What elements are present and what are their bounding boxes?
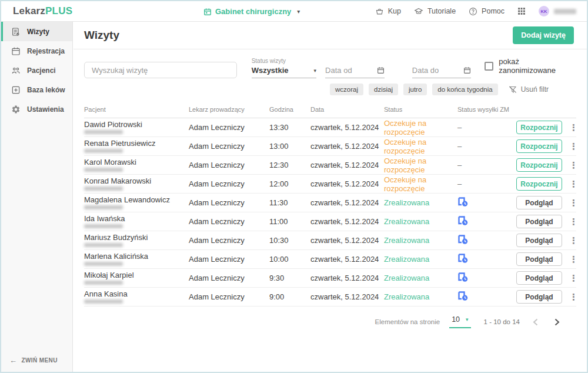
date-to-input[interactable]: [412, 66, 456, 75]
zm-status-cell: –: [457, 179, 516, 188]
doctor-name: Adam Leczniczy: [189, 292, 269, 301]
start-visit-button[interactable]: Rozpocznij: [516, 177, 562, 191]
date-to-field[interactable]: [412, 66, 472, 78]
col-status-zm: Status wysyłki ZM: [457, 106, 516, 113]
table-row: Mariusz BudzyńskiAdam Leczniczy10:30czwa…: [84, 231, 576, 250]
row-actions: Rozpocznij⋮: [516, 121, 582, 134]
row-actions: Podgląd⋮: [516, 196, 582, 209]
row-menu-icon[interactable]: ⋮: [569, 275, 578, 281]
collapse-menu-button[interactable]: ← ZWIŃ MENU: [9, 356, 58, 365]
sidebar-item-pacjenci[interactable]: Pacjenci: [1, 61, 72, 80]
row-menu-icon[interactable]: ⋮: [569, 219, 578, 225]
row-menu-icon[interactable]: ⋮: [569, 162, 578, 168]
chevron-down-icon: ▾: [297, 8, 300, 15]
user-menu[interactable]: KK: [539, 6, 576, 16]
calendar-icon[interactable]: [463, 66, 471, 74]
visit-status: Zrealizowana: [384, 217, 457, 226]
visit-date: czwartek, 5.12.2024: [310, 179, 384, 188]
row-actions: Podgląd⋮: [516, 252, 582, 266]
patient-name: Karol Morawski: [84, 158, 189, 166]
row-menu-icon[interactable]: ⋮: [569, 144, 578, 149]
calendar-icon[interactable]: [377, 66, 385, 74]
zm-sent-clock-icon: [457, 216, 469, 226]
sidebar-item-label: Pacjenci: [27, 66, 56, 75]
chip-dzisiaj[interactable]: dzisiaj: [369, 84, 398, 95]
clinic-name: Gabinet chirurgiczny: [215, 7, 291, 16]
patient-id-redacted: [84, 299, 123, 304]
patient-name: Konrad Makarowski: [84, 177, 189, 185]
preview-button[interactable]: Podgląd: [516, 215, 562, 228]
row-menu-icon[interactable]: ⋮: [569, 294, 578, 300]
chip-do-konca-tygodnia[interactable]: do końca tygodnia: [432, 84, 497, 95]
tutorials-label: Tutoriale: [427, 7, 456, 15]
visit-time: 9:00: [269, 292, 310, 301]
patient-cell: Karol Morawski: [84, 158, 189, 172]
preview-button[interactable]: Podgląd: [516, 196, 562, 209]
next-page-button[interactable]: [551, 317, 563, 327]
row-menu-icon[interactable]: ⋮: [569, 238, 578, 244]
page-header: Wizyty Dodaj wizytę: [74, 22, 587, 49]
apps-grid-button[interactable]: [517, 7, 526, 15]
search-input[interactable]: [84, 62, 237, 78]
help-button[interactable]: Pomoc: [469, 7, 505, 16]
chip-wczoraj[interactable]: wczoraj: [330, 84, 363, 95]
zm-status-cell: –: [457, 123, 516, 132]
patient-cell: Dawid Piotrowski: [84, 121, 189, 134]
row-menu-icon[interactable]: ⋮: [569, 181, 578, 187]
visit-status-select[interactable]: Status wizyty Wszystkie ▾: [252, 58, 316, 78]
patient-name: Ida Iwańska: [84, 215, 189, 222]
row-menu-icon[interactable]: ⋮: [569, 257, 578, 262]
visit-date: czwartek, 5.12.2024: [310, 217, 384, 226]
table-row: Marlena KalicińskaAdam Leczniczy10:00czw…: [84, 250, 576, 269]
sidebar-item-label: Rejestracja: [27, 47, 65, 55]
preview-button[interactable]: Podgląd: [516, 252, 562, 266]
avatar: KK: [539, 6, 549, 16]
visit-time: 12:00: [269, 179, 310, 188]
doctor-name: Adam Leczniczy: [189, 123, 269, 132]
table-row: Ida IwańskaAdam Leczniczy11:00czwartek, …: [84, 212, 576, 231]
checkbox-unchecked[interactable]: [485, 62, 493, 71]
visit-time: 12:30: [269, 161, 310, 169]
preview-button[interactable]: Podgląd: [516, 271, 562, 285]
per-page-select[interactable]: 10 ▾: [449, 315, 470, 328]
preview-button[interactable]: Podgląd: [516, 234, 562, 247]
show-anonymized-toggle[interactable]: pokaż zanonimizowane: [485, 57, 576, 75]
sidebar-item-ustawienia[interactable]: Ustawienia: [1, 99, 72, 119]
clear-filter-button[interactable]: Usuń filtr: [508, 85, 549, 94]
sidebar-item-baza-lekow[interactable]: Baza leków: [1, 80, 72, 99]
preview-button[interactable]: Podgląd: [516, 290, 562, 304]
visit-status-select-value: Wszystkie: [252, 66, 289, 75]
buy-button[interactable]: Kup: [375, 7, 401, 16]
help-label: Pomoc: [482, 7, 505, 15]
table-row: Renata PietrusiewiczAdam Leczniczy13:00c…: [84, 137, 576, 156]
visit-date: czwartek, 5.12.2024: [310, 255, 384, 264]
sidebar: Wizyty Rejestracja Pacjenci: [1, 22, 73, 372]
clinic-calendar-icon: [203, 8, 212, 16]
visit-status-select-label: Status wizyty: [252, 58, 316, 64]
add-visit-button[interactable]: Dodaj wizytę: [513, 26, 574, 44]
patient-cell: Ida Iwańska: [84, 215, 189, 228]
start-visit-button[interactable]: Rozpocznij: [516, 158, 562, 172]
table-row: Mikołaj KarpielAdam Leczniczy9:30czwarte…: [84, 269, 576, 288]
chip-jutro[interactable]: jutro: [403, 84, 427, 95]
patient-id-redacted: [84, 205, 123, 209]
visit-status: Zrealizowana: [384, 274, 457, 282]
zm-status-cell: [457, 216, 516, 228]
sidebar-item-rejestracja[interactable]: Rejestracja: [1, 41, 72, 61]
date-from-field[interactable]: [325, 66, 385, 78]
row-menu-icon[interactable]: ⋮: [569, 200, 578, 206]
sidebar-item-wizyty[interactable]: Wizyty: [1, 22, 72, 41]
logo-text-accent: PLUS: [45, 5, 72, 16]
prev-page-button[interactable]: [529, 317, 542, 327]
start-visit-button[interactable]: Rozpocznij: [516, 121, 562, 134]
filter-off-icon: [508, 85, 517, 94]
filters-panel: Status wizyty Wszystkie ▾: [74, 49, 587, 95]
date-from-input[interactable]: [325, 66, 369, 75]
zm-status-cell: –: [457, 161, 516, 169]
start-visit-button[interactable]: Rozpocznij: [516, 139, 562, 153]
visit-status: Zrealizowana: [384, 236, 457, 245]
row-menu-icon[interactable]: ⋮: [569, 125, 578, 131]
tutorials-button[interactable]: Tutoriale: [414, 7, 456, 16]
clinic-selector[interactable]: Gabinet chirurgiczny ▾: [203, 1, 300, 22]
visit-time: 11:30: [269, 198, 310, 207]
